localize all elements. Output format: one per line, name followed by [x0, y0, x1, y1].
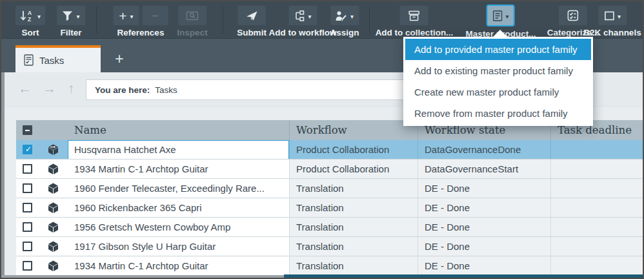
product-name-cell: 1960 Fender Telecaster, Exceedingly Rare… — [68, 179, 289, 198]
references-label: References — [117, 28, 165, 37]
product-name-cell: 1956 Gretsch Western Cowboy Amp — [68, 218, 289, 236]
workflow-cell: Translation — [289, 218, 418, 236]
workflow-cell: Product Collaboration — [289, 160, 418, 178]
row-checkbox[interactable] — [23, 222, 32, 232]
breadcrumb-current: Tasks — [155, 85, 177, 95]
product-cube-icon — [47, 260, 59, 272]
add-to-collection-button[interactable] — [400, 6, 428, 25]
sort-button[interactable]: A Z — [15, 6, 45, 25]
toolbar-group-inspect: Inspect — [177, 6, 207, 37]
row-checkbox[interactable] — [23, 242, 32, 251]
icon-header-cell — [39, 120, 68, 140]
toolbar-separator — [96, 6, 97, 34]
product-cube-icon — [47, 163, 59, 175]
task-deadline-cell — [550, 179, 643, 198]
toolbar-separator — [223, 6, 223, 34]
menu-item-add-provided[interactable]: Add to provided master product family — [405, 39, 591, 60]
table-row[interactable]: Husqvarna Hatchet Axe Product Collaborat… — [16, 140, 643, 160]
workflow-state-cell: DE - Done — [418, 256, 550, 275]
archive-box-icon — [408, 10, 420, 21]
nav-forward-icon[interactable] — [43, 81, 56, 96]
table-row[interactable]: 1934 Martin C-1 Archtop Guitar Translati… — [16, 256, 643, 276]
assign-label: Assign — [330, 28, 359, 37]
product-cube-icon — [47, 240, 59, 253]
channels-button[interactable] — [598, 6, 627, 25]
master-product-menu: Add to provided master product family Ad… — [403, 37, 593, 126]
select-all-cell — [16, 120, 39, 140]
filter-button[interactable] — [57, 6, 85, 25]
horizontal-scrollbar[interactable] — [284, 274, 643, 278]
product-cube-icon — [47, 221, 59, 233]
select-all-checkbox[interactable] — [23, 125, 32, 135]
toolbar-group-sort: A Z Sort — [15, 6, 45, 37]
table-row[interactable]: 1934 Martin C-1 Archtop Guitar Product C… — [16, 160, 643, 179]
product-name-cell: Husqvarna Hatchet Axe — [68, 140, 289, 159]
workflow-state-cell: DE - Done — [418, 237, 550, 256]
assign-button[interactable] — [330, 6, 359, 25]
add-reference-button[interactable] — [114, 6, 139, 25]
checklist-icon — [567, 10, 579, 21]
name-edit-field[interactable]: Husqvarna Hatchet Axe — [68, 140, 289, 159]
toolbar-group-references: References — [114, 6, 168, 37]
row-checkbox[interactable] — [23, 261, 32, 271]
row-checkbox[interactable] — [23, 145, 32, 154]
nav-up-icon[interactable] — [68, 81, 75, 96]
menu-caret — [492, 30, 508, 37]
channel-frame-icon — [604, 11, 614, 21]
add-to-workflow-button[interactable] — [288, 6, 317, 25]
nav-back-icon[interactable] — [18, 81, 32, 96]
task-list-icon — [24, 54, 34, 66]
table-row[interactable]: 1960 Fender Telecaster, Exceedingly Rare… — [16, 179, 643, 198]
workflow-cell: Translation — [289, 198, 418, 217]
toolbar-group-add-to-workflow: Add to workflow — [269, 6, 337, 37]
master-product-doc-icon — [492, 10, 502, 21]
column-header-name[interactable]: Name — [68, 120, 289, 140]
product-name-cell: 1934 Martin C-1 Archtop Guitar — [68, 256, 289, 275]
product-name-cell: 1960 Rickenbacker 365 Capri — [68, 198, 289, 217]
table-row[interactable]: 1956 Gretsch Western Cowboy Amp Translat… — [16, 218, 643, 237]
plus-icon — [119, 9, 126, 23]
submit-button[interactable] — [237, 6, 266, 25]
bottom-gray-strip — [1, 275, 284, 278]
left-edge-strip — [1, 72, 5, 278]
product-instance-cube-icon — [47, 143, 59, 156]
master-product-button[interactable] — [487, 5, 515, 26]
sort-label: Sort — [22, 28, 39, 37]
workflow-cell: Translation — [289, 237, 418, 256]
toolbar-group-add-to-collection: Add to collection... — [376, 6, 454, 37]
toolbar-group-filter: Filter — [57, 6, 85, 37]
add-to-collection-label: Add to collection... — [376, 28, 454, 37]
column-header-workflow[interactable]: Workflow — [289, 120, 418, 140]
remove-reference-button[interactable] — [143, 6, 168, 25]
inspect-button[interactable] — [178, 6, 206, 25]
toolbar-separator — [369, 6, 370, 34]
workflow-state-cell: DE - Done — [418, 179, 550, 198]
toolbar-group-channels: B2K channels — [583, 6, 641, 37]
task-deadline-cell — [550, 160, 643, 178]
toolbar-group-submit: Submit — [237, 6, 267, 37]
table-row[interactable]: 1917 Gibson Style U Harp Guitar Translat… — [16, 237, 643, 256]
task-deadline-cell — [550, 198, 643, 217]
row-checkbox[interactable] — [23, 203, 32, 212]
menu-item-add-existing[interactable]: Add to existing master product family — [405, 60, 591, 81]
app-window: A Z Sort Filter References — [0, 0, 644, 279]
task-deadline-cell — [550, 256, 643, 275]
workflow-state-cell: DataGovernanceDone — [418, 140, 550, 159]
assign-person-icon — [336, 10, 347, 21]
row-checkbox[interactable] — [23, 183, 32, 193]
breadcrumb-prefix: You are here: — [95, 85, 150, 95]
filter-label: Filter — [60, 28, 81, 37]
task-deadline-cell — [550, 140, 643, 159]
table-row[interactable]: 1960 Rickenbacker 365 Capri Translation … — [16, 198, 643, 218]
tab-tasks[interactable]: Tasks — [15, 45, 101, 72]
product-cube-icon — [47, 182, 59, 194]
menu-item-create-new[interactable]: Create new master product family — [405, 81, 591, 103]
row-checkbox[interactable] — [23, 164, 32, 174]
workflow-cell: Translation — [289, 256, 418, 275]
menu-item-remove[interactable]: Remove from master product family — [405, 103, 591, 124]
workflow-state-cell: DataGovernanceStart — [418, 160, 550, 178]
new-tab-button[interactable] — [106, 45, 132, 72]
product-name-cell: 1917 Gibson Style U Harp Guitar — [68, 237, 289, 256]
channels-label: B2K channels — [583, 28, 641, 37]
workflow-cell: Product Collaboration — [289, 140, 418, 159]
